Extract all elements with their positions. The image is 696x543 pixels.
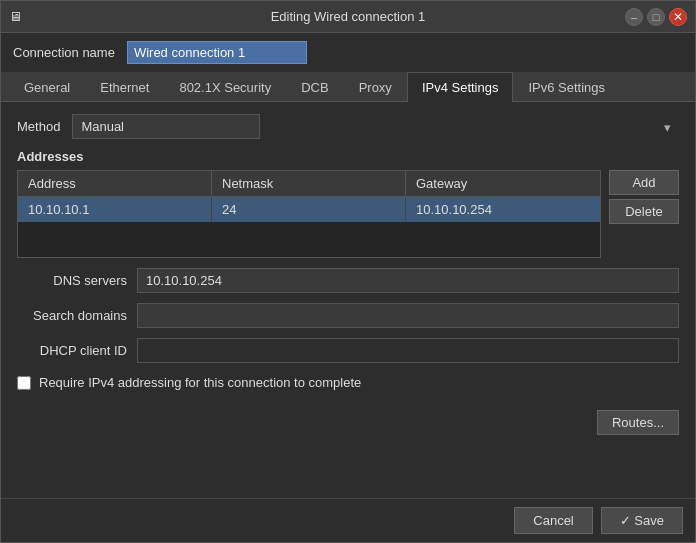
- minimize-button[interactable]: –: [625, 8, 643, 26]
- require-checkbox[interactable]: [17, 376, 31, 390]
- connection-name-row: Connection name: [1, 33, 695, 72]
- routes-row: Routes...: [17, 402, 679, 435]
- table-body: 10.10.10.1 24 10.10.10.254: [18, 197, 600, 257]
- tab-proxy[interactable]: Proxy: [344, 72, 407, 102]
- tab-ipv6[interactable]: IPv6 Settings: [513, 72, 620, 102]
- addresses-table: Address Netmask Gateway 10.10.10.1 24 10…: [17, 170, 601, 258]
- tab-content: Method Manual Automatic (DHCP) Link-Loca…: [1, 102, 695, 498]
- method-label: Method: [17, 119, 60, 134]
- tabs-bar: General Ethernet 802.1X Security DCB Pro…: [1, 72, 695, 102]
- col-netmask-header: Netmask: [212, 171, 406, 196]
- cell-netmask: 24: [212, 197, 406, 222]
- col-address-header: Address: [18, 171, 212, 196]
- dns-row: DNS servers: [17, 268, 679, 293]
- close-button[interactable]: ✕: [669, 8, 687, 26]
- table-row[interactable]: 10.10.10.1 24 10.10.10.254: [18, 197, 600, 222]
- dhcp-input[interactable]: [137, 338, 679, 363]
- tab-general[interactable]: General: [9, 72, 85, 102]
- search-label: Search domains: [17, 308, 127, 323]
- tab-ethernet[interactable]: Ethernet: [85, 72, 164, 102]
- require-checkbox-row: Require IPv4 addressing for this connect…: [17, 373, 679, 392]
- table-header: Address Netmask Gateway: [18, 171, 600, 197]
- add-button[interactable]: Add: [609, 170, 679, 195]
- dns-label: DNS servers: [17, 273, 127, 288]
- search-domains-row: Search domains: [17, 303, 679, 328]
- addresses-title: Addresses: [17, 149, 679, 164]
- delete-button[interactable]: Delete: [609, 199, 679, 224]
- cell-gateway: 10.10.10.254: [406, 197, 600, 222]
- method-select-wrapper: Manual Automatic (DHCP) Link-Local Only …: [72, 114, 679, 139]
- footer: Cancel ✓ Save: [1, 498, 695, 542]
- address-buttons: Add Delete: [609, 170, 679, 258]
- connection-name-input[interactable]: [127, 41, 307, 64]
- main-window: 🖥 Editing Wired connection 1 – □ ✕ Conne…: [0, 0, 696, 543]
- addresses-section: Addresses Address Netmask Gateway 10.10.…: [17, 149, 679, 258]
- addresses-container: Address Netmask Gateway 10.10.10.1 24 10…: [17, 170, 679, 258]
- dhcp-row: DHCP client ID: [17, 338, 679, 363]
- tab-dcb[interactable]: DCB: [286, 72, 343, 102]
- routes-button[interactable]: Routes...: [597, 410, 679, 435]
- titlebar: 🖥 Editing Wired connection 1 – □ ✕: [1, 1, 695, 33]
- require-checkbox-label: Require IPv4 addressing for this connect…: [39, 375, 361, 390]
- search-domains-input[interactable]: [137, 303, 679, 328]
- dns-input[interactable]: [137, 268, 679, 293]
- window-controls: – □ ✕: [625, 8, 687, 26]
- maximize-button[interactable]: □: [647, 8, 665, 26]
- window-icon: 🖥: [9, 9, 25, 25]
- cell-address: 10.10.10.1: [18, 197, 212, 222]
- titlebar-title: Editing Wired connection 1: [271, 9, 426, 24]
- method-row: Method Manual Automatic (DHCP) Link-Loca…: [17, 114, 679, 139]
- col-gateway-header: Gateway: [406, 171, 600, 196]
- cancel-button[interactable]: Cancel: [514, 507, 592, 534]
- connection-name-label: Connection name: [13, 45, 115, 60]
- save-button[interactable]: ✓ Save: [601, 507, 683, 534]
- dhcp-label: DHCP client ID: [17, 343, 127, 358]
- tab-8021x[interactable]: 802.1X Security: [164, 72, 286, 102]
- method-select[interactable]: Manual Automatic (DHCP) Link-Local Only …: [72, 114, 260, 139]
- tab-ipv4[interactable]: IPv4 Settings: [407, 72, 514, 102]
